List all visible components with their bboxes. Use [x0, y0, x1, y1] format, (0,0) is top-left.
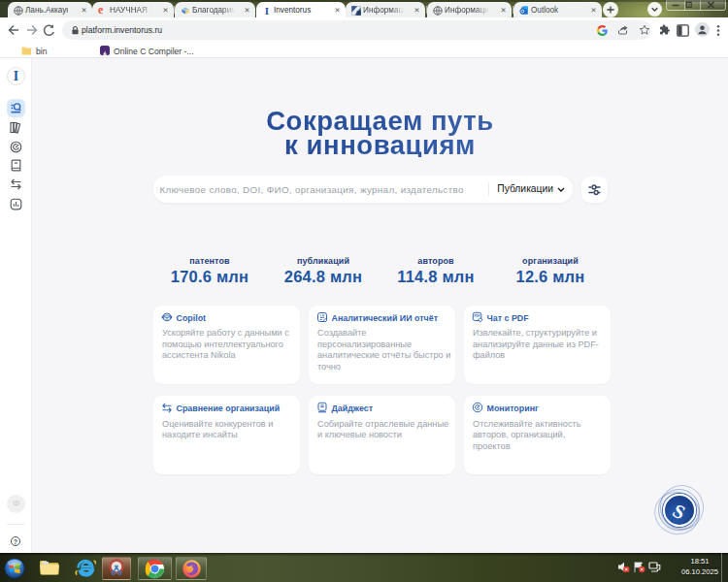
- svg-text:PDF: PDF: [475, 313, 480, 317]
